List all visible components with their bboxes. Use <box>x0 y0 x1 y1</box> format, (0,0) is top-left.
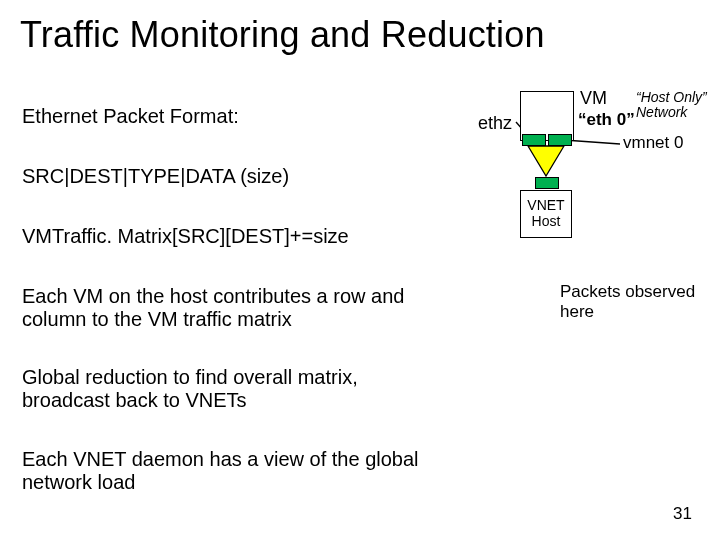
nic-icon <box>522 134 546 146</box>
vnet-label-line1: VNET <box>521 197 571 213</box>
ethz-label: ethz <box>478 113 512 134</box>
text-srcdest: SRC|DEST|TYPE|DATA (size) <box>22 165 289 188</box>
packets-observed-label: Packets observed here <box>560 282 720 321</box>
vmnet0-label: vmnet 0 <box>623 133 683 153</box>
nic-icon <box>535 177 559 189</box>
text-ethernet-format: Ethernet Packet Format: <box>22 105 239 128</box>
text-vmtraffic: VMTraffic. Matrix[SRC][DEST]+=size <box>22 225 349 248</box>
diagram: VM “eth 0” “Host Only” Network ethz vmne… <box>468 88 708 268</box>
vnet-host-box: VNET Host <box>520 190 572 238</box>
vm-label: VM <box>580 88 607 109</box>
text-each-vnet: Each VNET daemon has a view of the globa… <box>22 448 442 494</box>
host-only-label: “Host Only” Network <box>636 90 708 121</box>
text-global: Global reduction to find overall matrix,… <box>22 366 442 412</box>
nic-icon <box>548 134 572 146</box>
eth0-label: “eth 0” <box>578 110 635 130</box>
svg-marker-2 <box>528 146 564 176</box>
slide: Traffic Monitoring and Reduction Etherne… <box>0 0 720 540</box>
page-number: 31 <box>673 504 692 524</box>
slide-title: Traffic Monitoring and Reduction <box>20 14 545 56</box>
text-each-vm: Each VM on the host contributes a row an… <box>22 285 442 331</box>
vnet-label-line2: Host <box>521 213 571 229</box>
